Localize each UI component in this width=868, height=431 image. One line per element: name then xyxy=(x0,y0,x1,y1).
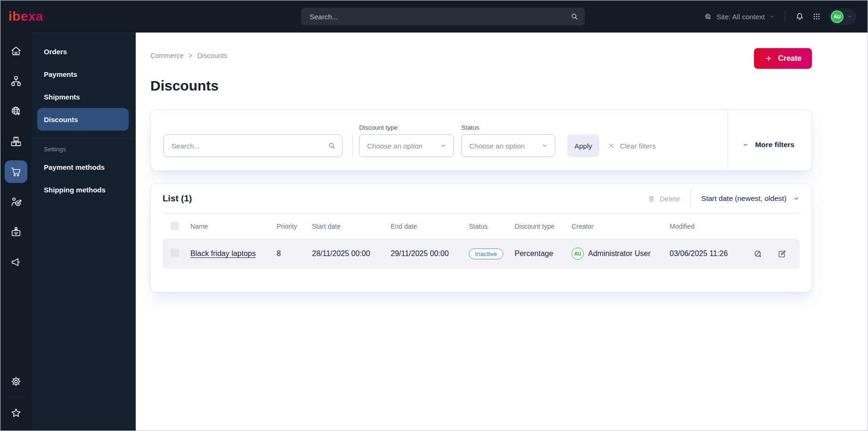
main-content: Commerce > Discounts Create Discounts xyxy=(136,33,868,431)
apply-button[interactable]: Apply xyxy=(567,134,599,157)
rail-divider xyxy=(8,397,25,398)
delete-label: Delete xyxy=(660,195,680,203)
megaphone-icon xyxy=(10,256,22,268)
rail-item-marketing[interactable] xyxy=(5,251,27,274)
table-header: Name Priority Start date End date Status… xyxy=(163,214,800,239)
site-context-label: Site: All context xyxy=(716,13,765,21)
rail-item-site[interactable] xyxy=(5,100,27,123)
notifications-bell-icon[interactable] xyxy=(795,12,804,21)
sidebar-item-discounts[interactable]: Discounts xyxy=(37,108,129,131)
icon-rail xyxy=(0,33,32,431)
sidebar-item-payment-methods[interactable]: Payment methods xyxy=(37,156,129,178)
col-header-creator: Creator xyxy=(572,223,670,230)
row-modified: 03/06/2025 11:26 xyxy=(670,249,750,258)
sidebar-section-settings: Settings xyxy=(32,145,136,153)
status-select[interactable]: Choose an option xyxy=(461,134,555,157)
creator-name: Administrator User xyxy=(588,249,650,258)
more-filters-button[interactable]: More filters xyxy=(728,110,811,170)
discount-name-link[interactable]: Black friday laptops xyxy=(190,249,256,257)
status-label: Status xyxy=(461,124,555,131)
commerce-sidebar: Orders Payments Shipments Discounts Sett… xyxy=(32,33,136,431)
home-icon xyxy=(10,45,22,57)
sidebar-item-payments[interactable]: Payments xyxy=(37,63,129,85)
rail-item-people[interactable] xyxy=(5,221,27,243)
topbar-divider xyxy=(785,10,785,23)
topbar: ibexa Site: All context AU xyxy=(0,0,868,33)
trash-icon xyxy=(647,195,655,203)
create-button-label: Create xyxy=(778,54,802,63)
search-icon xyxy=(570,12,579,21)
row-start-date: 28/11/2025 00:00 xyxy=(312,249,391,258)
filter-search-input[interactable] xyxy=(164,134,343,157)
chevron-down-icon xyxy=(847,14,852,19)
col-header-modified: Modified xyxy=(670,223,750,230)
sitemap-icon xyxy=(10,75,22,87)
sidebar-item-orders[interactable]: Orders xyxy=(37,40,129,63)
select-all-checkbox[interactable] xyxy=(171,222,179,230)
edit-icon[interactable] xyxy=(777,249,787,259)
rail-item-audience[interactable] xyxy=(5,191,27,213)
site-globe-icon xyxy=(704,13,712,21)
discount-type-field: Discount type Choose an option xyxy=(359,124,454,157)
row-discount-type: Percentage xyxy=(515,249,572,258)
sidebar-item-shipping-methods[interactable]: Shipping methods xyxy=(37,178,129,201)
sort-label: Start date (newest, oldest) xyxy=(701,194,786,203)
chevron-down-icon xyxy=(541,142,548,149)
site-globe-icon xyxy=(10,105,22,117)
col-header-start-date: Start date xyxy=(312,223,391,230)
close-icon xyxy=(607,142,615,149)
col-header-end-date: End date xyxy=(391,223,469,230)
rail-item-products[interactable] xyxy=(5,130,27,153)
topbar-right: Site: All context AU xyxy=(704,0,856,33)
list-head-divider xyxy=(690,189,691,208)
delete-button[interactable]: Delete xyxy=(647,195,680,203)
site-preview-disabled-icon[interactable] xyxy=(753,249,763,259)
list-title: List (1) xyxy=(163,193,192,204)
site-context-switcher[interactable]: Site: All context xyxy=(704,13,775,21)
sidebar-item-shipments[interactable]: Shipments xyxy=(37,85,129,108)
discounts-list-card: List (1) Delete Start date (newest, olde… xyxy=(150,183,812,292)
col-header-status: Status xyxy=(469,223,515,230)
status-field: Status Choose an option xyxy=(461,124,555,157)
apps-grid-icon[interactable] xyxy=(812,12,821,21)
filters-card: Discount type Choose an option Status Ch… xyxy=(150,109,812,171)
breadcrumb-commerce[interactable]: Commerce xyxy=(150,52,184,59)
clear-filters-button[interactable]: Clear filters xyxy=(607,134,656,157)
status-value: Choose an option xyxy=(469,142,525,150)
audience-target-icon xyxy=(10,196,22,208)
sort-dropdown[interactable]: Start date (newest, oldest) xyxy=(701,194,800,203)
col-header-discount-type: Discount type xyxy=(515,223,572,230)
chevron-down-icon xyxy=(742,141,749,148)
sidebar-divider xyxy=(32,138,136,139)
commerce-cart-icon xyxy=(10,166,22,178)
clear-filters-label: Clear filters xyxy=(620,142,656,150)
rail-item-bookmarks[interactable] xyxy=(5,402,27,424)
breadcrumb-discounts: Discounts xyxy=(197,52,227,59)
discount-type-select[interactable]: Choose an option xyxy=(359,134,454,157)
rail-item-commerce[interactable] xyxy=(5,160,27,183)
star-icon xyxy=(10,407,22,419)
create-button[interactable]: Create xyxy=(754,48,812,69)
page-title: Discounts xyxy=(150,78,812,94)
chevron-down-icon xyxy=(769,14,775,19)
rail-item-content[interactable] xyxy=(5,70,27,92)
discount-type-value: Choose an option xyxy=(367,142,423,150)
rail-item-dashboard[interactable] xyxy=(5,40,27,62)
col-header-name: Name xyxy=(190,223,277,230)
row-end-date: 29/11/2025 00:00 xyxy=(391,249,469,258)
id-badge-icon xyxy=(10,226,22,238)
chevron-down-icon xyxy=(440,142,447,149)
status-badge: Inactive xyxy=(469,249,503,259)
filter-search xyxy=(164,134,343,157)
app-window: ibexa Site: All context AU xyxy=(0,0,868,431)
table-row: Black friday laptops 8 28/11/2025 00:00 … xyxy=(163,239,800,269)
ibexa-logo[interactable]: ibexa xyxy=(8,9,43,24)
products-boxes-icon xyxy=(10,135,22,148)
breadcrumb-separator: > xyxy=(188,52,192,59)
row-checkbox[interactable] xyxy=(171,249,179,257)
col-header-priority: Priority xyxy=(277,223,312,230)
global-search-input[interactable] xyxy=(301,8,585,25)
rail-item-settings[interactable] xyxy=(5,370,27,393)
filter-divider xyxy=(352,134,352,157)
user-menu[interactable]: AU xyxy=(829,8,856,25)
